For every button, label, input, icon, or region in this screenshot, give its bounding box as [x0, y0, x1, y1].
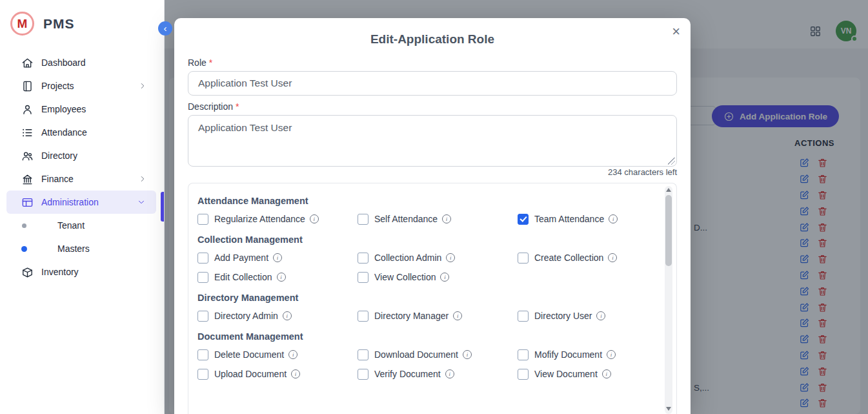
permission-create-collection[interactable]: Create Collectioni — [518, 248, 657, 267]
permission-delete-document[interactable]: Delete Documenti — [197, 345, 358, 364]
checkbox[interactable] — [358, 214, 368, 225]
sidebar-item-masters[interactable]: Masters — [0, 237, 164, 260]
info-icon[interactable]: i — [596, 311, 605, 320]
info-icon[interactable]: i — [442, 214, 451, 223]
scrollbar-thumb[interactable] — [665, 195, 672, 266]
scrollbar[interactable] — [665, 186, 672, 414]
sidebar-item-finance[interactable]: Finance — [0, 167, 164, 191]
checkbox[interactable] — [197, 253, 208, 264]
permission-label: Collection Admin — [374, 253, 441, 263]
administration-icon — [21, 196, 34, 209]
permission-team-attendance[interactable]: Team Attendancei — [518, 209, 657, 229]
permission-regularize-attendance[interactable]: Regularize Attendancei — [197, 209, 358, 229]
sidebar-item-label: Attendance — [41, 127, 87, 138]
checkbox[interactable] — [358, 349, 368, 360]
info-icon[interactable]: i — [609, 214, 618, 223]
info-icon[interactable]: i — [446, 253, 455, 262]
scroll-up-icon[interactable] — [666, 188, 671, 192]
checkbox[interactable] — [518, 349, 529, 360]
checkbox[interactable] — [518, 369, 529, 380]
sidebar-item-label: Inventory — [41, 267, 79, 277]
permission-verify-document[interactable]: Verify Documenti — [358, 364, 518, 384]
info-icon[interactable]: i — [463, 350, 472, 359]
checkbox[interactable] — [358, 253, 368, 264]
info-icon[interactable]: i — [607, 350, 616, 359]
permission-view-document[interactable]: View Documenti — [518, 364, 657, 384]
sidebar-nav: DashboardProjectsEmployeesAttendanceDire… — [0, 46, 164, 284]
home-icon — [21, 57, 34, 69]
sidebar-item-projects[interactable]: Projects — [0, 74, 164, 98]
info-icon[interactable]: i — [602, 369, 611, 378]
checkbox[interactable] — [197, 369, 208, 380]
checkbox[interactable] — [518, 253, 529, 264]
info-icon[interactable]: i — [445, 369, 454, 378]
info-icon[interactable]: i — [273, 253, 282, 262]
checkbox[interactable] — [518, 214, 529, 225]
info-icon[interactable]: i — [440, 273, 449, 282]
sidebar-item-dashboard[interactable]: Dashboard — [0, 51, 164, 74]
resize-grip-icon[interactable] — [668, 158, 675, 165]
checkbox[interactable] — [518, 311, 529, 322]
page: M PMS DashboardProjectsEmployeesAttendan… — [0, 0, 868, 414]
permission-label: Create Collection — [534, 253, 603, 263]
permission-add-payment[interactable]: Add Paymenti — [197, 248, 358, 267]
permission-view-collection[interactable]: View Collectioni — [358, 267, 518, 287]
sidebar-item-administration[interactable]: Administration — [6, 191, 156, 214]
info-icon[interactable]: i — [283, 311, 292, 320]
sidebar-item-attendance[interactable]: Attendance — [0, 121, 164, 144]
scroll-down-icon[interactable] — [666, 407, 671, 411]
sidebar-item-tenant[interactable]: Tenant — [0, 214, 164, 237]
modal-title: Edit-Application Role — [174, 32, 691, 47]
checkbox[interactable] — [197, 349, 208, 360]
role-label: Role * — [188, 57, 212, 68]
permission-group: Directory ManagementDirectory AdminiDire… — [197, 293, 657, 326]
checkbox[interactable] — [358, 311, 368, 322]
role-input[interactable]: Application Test User — [188, 71, 677, 96]
checkbox[interactable] — [197, 214, 208, 225]
checkbox[interactable] — [358, 272, 368, 283]
bullet-icon — [21, 246, 27, 252]
permission-edit-collection[interactable]: Edit Collectioni — [197, 267, 358, 287]
sidebar-item-label: Directory — [41, 150, 77, 161]
checkbox[interactable] — [197, 272, 208, 283]
sidebar-item-inventory[interactable]: Inventory — [0, 260, 164, 284]
description-input[interactable]: Application Test User — [188, 115, 677, 167]
permission-label: Verify Document — [374, 369, 441, 379]
sidebar-item-directory[interactable]: Directory — [0, 144, 164, 167]
permissions-container: Attendance ManagementRegularize Attendan… — [188, 183, 677, 414]
info-icon[interactable]: i — [277, 273, 286, 282]
attendance-icon — [21, 127, 34, 139]
permission-directory-user[interactable]: Directory Useri — [518, 306, 657, 326]
permission-label: Mofify Document — [534, 349, 602, 360]
info-icon[interactable]: i — [291, 369, 300, 378]
permission-label: Self Attendance — [374, 214, 438, 224]
info-icon[interactable]: i — [288, 350, 298, 359]
permission-upload-document[interactable]: Upload Documenti — [197, 364, 358, 384]
logo-icon: M — [10, 12, 34, 36]
sidebar-item-label: Masters — [57, 243, 90, 254]
info-icon[interactable]: i — [453, 311, 462, 320]
permission-mofify-document[interactable]: Mofify Documenti — [518, 345, 657, 364]
sidebar-item-employees[interactable]: Employees — [0, 98, 164, 121]
checkbox[interactable] — [197, 311, 208, 322]
permission-self-attendance[interactable]: Self Attendancei — [358, 209, 518, 229]
permission-sections: Attendance ManagementRegularize Attendan… — [197, 196, 657, 384]
active-indicator — [161, 192, 164, 222]
sidebar-item-label: Projects — [41, 81, 74, 91]
checkbox[interactable] — [358, 369, 368, 380]
permission-download-document[interactable]: Download Documenti — [358, 345, 518, 364]
projects-icon — [21, 80, 34, 92]
sidebar-item-label: Dashboard — [41, 57, 86, 68]
permission-label: Directory User — [534, 311, 592, 321]
permission-collection-admin[interactable]: Collection Admini — [358, 248, 518, 267]
permission-group: Collection ManagementAdd PaymentiCollect… — [197, 234, 657, 287]
permission-directory-admin[interactable]: Directory Admini — [197, 306, 358, 326]
permission-label: Delete Document — [214, 349, 284, 360]
sidebar-collapse-button[interactable]: ‹ — [158, 21, 172, 36]
permission-label: Download Document — [374, 349, 458, 360]
info-icon[interactable]: i — [310, 214, 319, 223]
info-icon[interactable]: i — [608, 253, 617, 262]
sidebar-item-label: Administration — [41, 197, 99, 207]
permission-directory-manager[interactable]: Directory Manageri — [358, 306, 518, 326]
edit-application-role-modal: × Edit-Application Role Role * Applicati… — [174, 18, 691, 414]
